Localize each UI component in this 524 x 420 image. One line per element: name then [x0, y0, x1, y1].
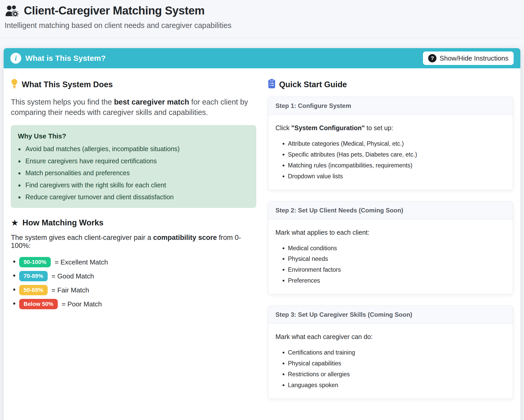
list-item: 50-69%= Fair Match — [19, 285, 256, 295]
how-matching-works-heading: ★ How Matching Works — [11, 218, 256, 227]
list-item: Attribute categories (Medical, Physical,… — [288, 140, 506, 148]
list-item: Environment factors — [288, 266, 506, 274]
step-lead-bold: "System Configuration" — [291, 124, 365, 131]
badge-excellent: 90-100% — [19, 257, 51, 267]
list-item: Certifications and training — [288, 349, 506, 357]
intro-paragraph: This system helps you find the best care… — [11, 97, 256, 117]
step-3-card: Step 3: Set Up Caregiver Skills (Coming … — [268, 306, 513, 399]
what-system-does-section: What This System Does This system helps … — [11, 77, 256, 313]
badge-meaning: = Excellent Match — [55, 258, 108, 266]
step-1-list: Attribute categories (Medical, Physical,… — [276, 140, 506, 180]
page-subtitle: Intelligent matching based on client nee… — [5, 21, 519, 30]
main-content: i What is This System? ? Show/Hide Instr… — [0, 38, 524, 420]
star-icon: ★ — [11, 218, 19, 227]
step-2-card: Step 2: Set Up Client Needs (Coming Soon… — [268, 201, 513, 294]
list-item: Dropdown value lists — [288, 173, 506, 180]
step-2-list: Medical conditions Physical needs Enviro… — [276, 245, 506, 285]
badge-meaning: = Poor Match — [62, 300, 102, 308]
how-matching-works-title: How Matching Works — [23, 218, 104, 227]
what-system-does-title: What This System Does — [22, 80, 113, 89]
list-item: Match personalities and preferences — [24, 168, 249, 178]
list-item: Matching rules (incompatibilities, requi… — [288, 162, 506, 170]
users-gear-icon — [5, 5, 19, 17]
what-system-does-heading: What This System Does — [11, 79, 256, 91]
step-1-body: Click "System Configuration" to set up: … — [268, 115, 513, 190]
why-use-this-box: Why Use This? Avoid bad matches (allergi… — [11, 125, 256, 208]
show-hide-instructions-label: Show/Hide Instructions — [440, 54, 508, 62]
show-hide-instructions-button[interactable]: ? Show/Hide Instructions — [423, 51, 514, 65]
why-use-this-list: Avoid bad matches (allergies, incompatib… — [18, 144, 249, 202]
list-item: Restrictions or allergies — [288, 371, 506, 378]
list-item: 90-100%= Excellent Match — [19, 257, 256, 267]
intro-bold-text: best caregiver match — [114, 98, 189, 106]
badge-fair: 50-69% — [19, 285, 48, 295]
badge-meaning: = Fair Match — [52, 286, 89, 294]
list-item: Avoid bad matches (allergies, incompatib… — [24, 144, 249, 154]
info-circle-icon: i — [10, 53, 21, 64]
instructions-panel-body: What This System Does This system helps … — [4, 68, 520, 420]
instructions-panel-header: i What is This System? ? Show/Hide Instr… — [4, 48, 520, 68]
step-lead-text: to set up: — [365, 124, 393, 131]
score-text: The system gives each client-caregiver p… — [11, 234, 153, 241]
score-bold-text: compatibility score — [153, 234, 217, 241]
list-item: Specific attributes (Has pets, Diabetes … — [288, 151, 506, 159]
step-3-lead: Mark what each caregiver can do: — [276, 333, 506, 341]
why-use-this-title: Why Use This? — [18, 132, 249, 140]
step-1-lead: Click "System Configuration" to set up: — [276, 124, 506, 132]
step-1-card: Step 1: Configure System Click "System C… — [268, 97, 513, 190]
page-title-row: Client-Caregiver Matching System — [5, 4, 519, 17]
step-2-body: Mark what applies to each client: Medica… — [268, 219, 513, 294]
two-column-layout: What This System Does This system helps … — [11, 77, 513, 410]
step-2-lead: Mark what applies to each client: — [276, 229, 506, 236]
question-circle-icon: ? — [428, 54, 436, 62]
quick-start-heading: Quick Start Guide — [268, 79, 513, 91]
intro-text: This system helps you find the — [11, 98, 114, 106]
list-item: Medical conditions — [288, 245, 506, 252]
step-3-body: Mark what each caregiver can do: Certifi… — [268, 324, 513, 399]
banner-title: What is This System? — [25, 54, 106, 63]
list-item: Reduce caregiver turnover and client dis… — [24, 193, 249, 202]
page: Client-Caregiver Matching System Intelli… — [0, 0, 524, 420]
list-item: Physical capabilities — [288, 360, 506, 367]
list-item: 70-89%= Good Match — [19, 271, 256, 281]
clipboard-list-icon — [268, 79, 275, 91]
page-header: Client-Caregiver Matching System Intelli… — [0, 0, 524, 38]
list-item: Below 50%= Poor Match — [19, 299, 256, 309]
step-3-list: Certifications and training Physical cap… — [276, 349, 506, 389]
score-paragraph: The system gives each client-caregiver p… — [11, 234, 256, 250]
step-lead-text: Click — [276, 124, 291, 131]
list-item: Languages spoken — [288, 381, 506, 389]
list-item: Ensure caregivers have required certific… — [24, 157, 249, 166]
badge-meaning: = Good Match — [52, 272, 94, 280]
list-item: Preferences — [288, 277, 506, 285]
badge-good: 70-89% — [19, 271, 48, 281]
step-1-header: Step 1: Configure System — [268, 97, 513, 115]
quick-start-section: Quick Start Guide Step 1: Configure Syst… — [268, 77, 513, 410]
step-2-header: Step 2: Set Up Client Needs (Coming Soon… — [268, 202, 513, 219]
quick-start-title: Quick Start Guide — [279, 80, 347, 89]
lightbulb-icon — [11, 79, 18, 91]
page-title: Client-Caregiver Matching System — [24, 4, 205, 17]
score-badge-list: 90-100%= Excellent Match 70-89%= Good Ma… — [11, 257, 256, 309]
banner-title-group: i What is This System? — [10, 53, 106, 64]
list-item: Physical needs — [288, 255, 506, 263]
list-item: Find caregivers with the right skills fo… — [24, 181, 249, 190]
badge-poor: Below 50% — [19, 299, 58, 309]
instructions-panel: i What is This System? ? Show/Hide Instr… — [4, 48, 520, 420]
step-3-header: Step 3: Set Up Caregiver Skills (Coming … — [268, 306, 513, 324]
